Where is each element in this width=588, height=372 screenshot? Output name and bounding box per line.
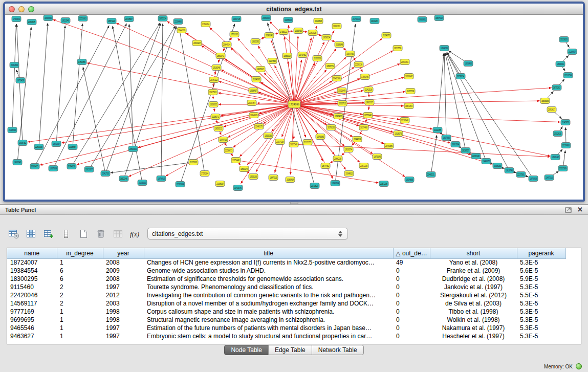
- column-header[interactable]: title: [144, 248, 393, 258]
- table-cell[interactable]: 2003: [103, 299, 144, 308]
- graph-node[interactable]: 1913746: [505, 168, 514, 173]
- graph-edge[interactable]: [294, 38, 312, 104]
- graph-node[interactable]: 1841937: [52, 141, 61, 147]
- graph-node[interactable]: 1750356: [77, 59, 86, 65]
- table-cell[interactable]: Disruption of a novel member of a sodium…: [144, 299, 393, 308]
- graph-node[interactable]: 2237581: [516, 172, 526, 178]
- graph-node[interactable]: 1755321: [279, 29, 288, 35]
- graph-node[interactable]: 2055948: [363, 113, 373, 118]
- graph-node[interactable]: 2150238: [313, 56, 322, 61]
- graph-edge[interactable]: [294, 104, 359, 126]
- zoom-button[interactable]: [28, 6, 34, 12]
- graph-edge[interactable]: [236, 160, 379, 183]
- table-cell[interactable]: 5.3E-5: [517, 299, 565, 308]
- graph-node[interactable]: 1833466: [43, 15, 53, 21]
- graph-node[interactable]: 1868771: [325, 63, 335, 69]
- graph-node[interactable]: 1884629: [249, 113, 258, 118]
- graph-node[interactable]: 2250136: [354, 62, 363, 68]
- graph-node[interactable]: 2064914: [222, 42, 231, 48]
- graph-node[interactable]: 2042366: [332, 76, 341, 81]
- graph-node[interactable]: 2148095: [8, 127, 17, 133]
- graph-edge[interactable]: [294, 38, 382, 104]
- table-cell[interactable]: 0: [393, 291, 430, 299]
- table-cell[interactable]: 0: [393, 316, 430, 324]
- table-cell[interactable]: 5.3E-5: [517, 283, 565, 291]
- graph-node[interactable]: 1911849: [337, 88, 346, 94]
- graph-node[interactable]: 1879410: [157, 176, 166, 182]
- table-cell[interactable]: 5.3E-5: [517, 324, 565, 332]
- graph-node[interactable]: 2157208: [379, 181, 388, 187]
- graph-node[interactable]: 1826647: [404, 74, 413, 79]
- graph-edge[interactable]: [228, 104, 294, 138]
- graph-node[interactable]: 1906752: [18, 140, 27, 146]
- graph-node[interactable]: 1559583: [540, 98, 550, 104]
- table-cell[interactable]: 2009: [103, 267, 144, 275]
- graph-node[interactable]: 1896354: [331, 181, 340, 186]
- table-cell[interactable]: Jankovic et al. (1997): [430, 283, 517, 291]
- graph-edge[interactable]: [202, 46, 295, 104]
- graph-node[interactable]: 1852146: [119, 176, 128, 182]
- table-cell[interactable]: Wolkin et al. (1998): [430, 316, 517, 324]
- table-cell[interactable]: Investigating the contribution of common…: [144, 291, 393, 299]
- column-header[interactable]: year: [103, 248, 144, 258]
- table-cell[interactable]: Corpus callosum shape and size in male p…: [144, 308, 393, 316]
- graph-edge[interactable]: [161, 24, 163, 179]
- graph-node[interactable]: 2089340: [262, 15, 271, 21]
- graph-edge[interactable]: [431, 135, 437, 174]
- graph-node[interactable]: 2244819: [353, 137, 362, 142]
- table-cell[interactable]: 2: [57, 299, 103, 308]
- graph-node[interactable]: 2241750: [101, 171, 110, 177]
- graph-node[interactable]: 1870429: [529, 176, 538, 182]
- table-cell[interactable]: Changes of HCN gene expression and I(f) …: [144, 258, 393, 267]
- graph-node[interactable]: 1838957: [461, 148, 470, 154]
- graph-node[interactable]: 1927563: [208, 90, 217, 95]
- graph-node[interactable]: 1893425: [334, 114, 343, 119]
- graph-edge[interactable]: [53, 24, 127, 168]
- graph-node[interactable]: 2039648: [335, 42, 344, 48]
- graph-node[interactable]: 2068153: [493, 163, 502, 169]
- table-cell[interactable]: 2: [57, 283, 103, 291]
- network-graph-canvas[interactable]: 1724096175118320649141863041191634820751…: [5, 15, 583, 199]
- table-cell[interactable]: 1: [57, 308, 103, 316]
- graph-edge[interactable]: [294, 104, 353, 137]
- graph-node[interactable]: 1963327: [365, 100, 374, 105]
- graph-node[interactable]: 2043587: [124, 16, 134, 22]
- tab-node-table[interactable]: Node Table: [224, 345, 269, 355]
- graph-edge[interactable]: [294, 77, 404, 104]
- table-cell[interactable]: 49: [393, 258, 430, 267]
- graph-node[interactable]: 1759284: [200, 171, 209, 177]
- graph-node[interactable]: 2093617: [547, 107, 556, 113]
- tab-network-table[interactable]: Network Table: [312, 345, 364, 355]
- graph-node[interactable]: 2246175: [254, 124, 264, 129]
- graph-node[interactable]: 2157739: [406, 89, 415, 94]
- graph-node[interactable]: 1924866: [405, 177, 414, 183]
- table-cell[interactable]: 14569117: [7, 299, 57, 308]
- graph-node[interactable]: 1938467: [249, 88, 258, 94]
- graph-node[interactable]: 2061927: [192, 40, 202, 46]
- graph-node[interactable]: 2237408: [561, 143, 571, 148]
- graph-node[interactable]: 2194836: [67, 164, 76, 169]
- table-cell[interactable]: 2: [57, 291, 103, 299]
- graph-node[interactable]: 1867220: [107, 18, 116, 24]
- graph-node[interactable]: 1930574: [344, 147, 353, 152]
- graph-node[interactable]: 1750342: [12, 16, 21, 22]
- table-cell[interactable]: 0: [393, 299, 430, 308]
- graph-node[interactable]: 2050316: [128, 146, 138, 152]
- graph-node[interactable]: 1915327: [84, 167, 94, 172]
- graph-node[interactable]: 2167230: [359, 163, 368, 169]
- graph-node[interactable]: 1860391: [332, 24, 341, 29]
- table-cell[interactable]: 5.9E-5: [517, 275, 565, 283]
- table-cell[interactable]: 1: [57, 324, 103, 332]
- table-cell[interactable]: Estimation of the future numbers of pati…: [144, 324, 393, 332]
- table-cell[interactable]: 9463627: [7, 332, 57, 340]
- graph-node[interactable]: 1946683: [316, 134, 325, 140]
- table-cell[interactable]: 5.6E-5: [517, 267, 565, 275]
- table-cell[interactable]: 18300295: [7, 275, 57, 283]
- graph-node[interactable]: 1837460: [359, 125, 368, 130]
- table-cell[interactable]: 1: [57, 316, 103, 324]
- graph-edge[interactable]: [289, 25, 294, 104]
- graph-node[interactable]: 2209348: [471, 154, 481, 159]
- tab-edge-table[interactable]: Edge Table: [268, 345, 312, 355]
- graph-node[interactable]: 2228466: [173, 19, 183, 25]
- table-cell[interactable]: 5.3E-5: [517, 332, 565, 340]
